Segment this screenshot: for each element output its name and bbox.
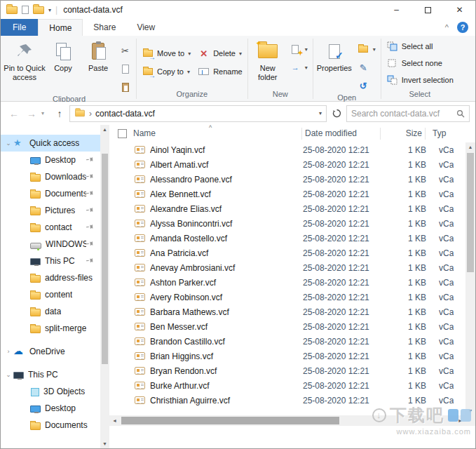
sidebar-item[interactable]: contact [1, 219, 100, 236]
copy-button[interactable]: Copy [46, 36, 81, 88]
sidebar-item[interactable]: Pictures [1, 202, 100, 219]
file-row[interactable]: Ben Messer.vcf 25-08-2020 12:21 1 KB vCa [109, 319, 465, 334]
paste-shortcut-button[interactable] [116, 80, 135, 94]
new-item-button[interactable]: ✦ ▾ [286, 42, 311, 56]
breadcrumb[interactable]: contact-data.vcf [95, 109, 315, 119]
file-row[interactable]: Anevay Ambrosiani.vcf 25-08-2020 12:21 1… [109, 260, 465, 275]
file-row[interactable]: Alex Bennett.vcf 25-08-2020 12:21 1 KB v… [109, 187, 465, 201]
file-row[interactable]: Ana Patricia.vcf 25-08-2020 12:21 1 KB v… [109, 246, 465, 260]
column-header-name[interactable]: Name^ [133, 128, 302, 140]
properties-button[interactable]: ✓ Properties [315, 36, 354, 88]
minimize-ribbon-icon[interactable]: ^ [445, 23, 449, 32]
file-row[interactable]: Bryan Rendon.vcf 25-08-2020 12:21 1 KB v… [109, 363, 465, 378]
expand-chevron-icon[interactable]: ⌄ [4, 371, 13, 378]
column-header-type[interactable]: Typ [426, 128, 456, 140]
file-row[interactable]: Burke Arthur.vcf 25-08-2020 12:21 1 KB v… [109, 378, 465, 393]
sidebar-item[interactable]: split-merge [1, 320, 100, 337]
invert-selection-button[interactable]: Invert selection [383, 73, 457, 87]
forward-button[interactable]: → [24, 108, 39, 119]
file-row[interactable]: Brian Higgins.vcf 25-08-2020 12:21 1 KB … [109, 349, 465, 363]
file-row[interactable]: Alessandro Paone.vcf 25-08-2020 12:21 1 … [109, 172, 465, 187]
horizontal-scroll-thumb[interactable] [121, 417, 339, 424]
sidebar-item[interactable]: ⌄ Quick access [1, 135, 100, 152]
new-folder-button[interactable]: ✦ New folder [250, 36, 286, 88]
sidebar-scroll-track[interactable] [100, 134, 109, 439]
column-header-size[interactable]: Size [381, 128, 426, 140]
file-row[interactable]: Brandon Castillo.vcf 25-08-2020 12:21 1 … [109, 334, 465, 349]
refresh-button[interactable] [329, 109, 344, 118]
maximize-button[interactable] [412, 1, 444, 19]
file-row[interactable]: Albert Amati.vcf 25-08-2020 12:21 1 KB v… [109, 157, 465, 172]
expand-chevron-icon[interactable]: ⌄ [4, 140, 13, 147]
scroll-left-icon[interactable]: ◄ [109, 415, 120, 426]
new-item-dropdown-icon: ▾ [305, 46, 308, 53]
tab-share[interactable]: Share [83, 19, 126, 36]
delete-button[interactable]: ✕ Delete ▾ [194, 46, 246, 60]
file-scroll-track[interactable] [465, 152, 475, 406]
qat-properties-icon[interactable] [22, 6, 29, 14]
sidebar-item[interactable]: › OneDrive [1, 343, 100, 360]
recent-locations-chevron-icon[interactable]: ▾ [41, 110, 50, 116]
address-dropdown-icon[interactable]: ▾ [319, 110, 322, 116]
cut-button[interactable]: ✂ [116, 43, 135, 58]
scroll-up-icon[interactable]: ▲ [100, 125, 109, 134]
sidebar-item[interactable]: Downloads [1, 168, 100, 185]
help-icon[interactable]: ? [457, 22, 468, 33]
paste-button[interactable]: Paste [81, 36, 116, 88]
open-button[interactable]: ▾ [354, 42, 379, 56]
sidebar-scroll-thumb[interactable] [102, 154, 108, 364]
sidebar-item[interactable]: Documents [1, 185, 100, 202]
minimize-button[interactable]: – [381, 1, 412, 19]
qat-dropdown-chevron-icon[interactable]: ▾ [48, 7, 51, 13]
back-button[interactable]: ← [6, 108, 22, 119]
select-none-button[interactable]: Select none [383, 56, 457, 70]
tab-file[interactable]: File [1, 19, 38, 36]
sidebar-item[interactable]: address-files [1, 269, 100, 286]
file-scroll-thumb[interactable] [467, 153, 474, 272]
sidebar-item-icon [31, 388, 39, 396]
address-input[interactable]: › contact-data.vcf ▾ [69, 105, 327, 122]
rename-button[interactable]: Rename [194, 65, 246, 79]
pin-to-quick-access-button[interactable]: Pin to Quick access [4, 36, 46, 88]
column-header-date-modified[interactable]: Date modified [302, 128, 381, 140]
qat-folder-icon[interactable] [33, 6, 44, 14]
file-list-scrollbar[interactable]: ▲ ▼ [465, 142, 475, 415]
sidebar-item[interactable]: WINDOWS (C: [1, 236, 100, 253]
file-row[interactable]: Avery Robinson.vcf 25-08-2020 12:21 1 KB… [109, 290, 465, 304]
breadcrumb-chevron-icon[interactable]: › [89, 109, 92, 119]
sidebar-item[interactable]: Desktop [1, 152, 100, 168]
copy-path-button[interactable] [116, 62, 135, 76]
address-bar: ← → ▾ ↑ › contact-data.vcf ▾ [1, 102, 475, 125]
sidebar-scrollbar[interactable]: ▲ ▼ [100, 125, 109, 448]
up-button[interactable]: ↑ [52, 108, 67, 119]
file-row[interactable]: Alexandre Elias.vcf 25-08-2020 12:21 1 K… [109, 201, 465, 216]
copy-to-button[interactable]: → Copy to ▾ [138, 65, 194, 79]
file-row[interactable]: Ainol Yaqin.vcf 25-08-2020 12:21 1 KB vC… [109, 142, 465, 157]
sidebar-item[interactable]: Desktop [1, 400, 100, 417]
file-row[interactable]: Ashton Parker.vcf 25-08-2020 12:21 1 KB … [109, 275, 465, 290]
scroll-up-icon[interactable]: ▲ [466, 142, 475, 152]
edit-button[interactable]: ✎ [354, 60, 379, 74]
tab-home[interactable]: Home [38, 19, 83, 36]
file-row[interactable]: Amanda Rostello.vcf 25-08-2020 12:21 1 K… [109, 231, 465, 246]
file-size: 1 KB [381, 175, 426, 185]
file-row[interactable]: Barbara Mathews.vcf 25-08-2020 12:21 1 K… [109, 304, 465, 319]
sidebar-item[interactable]: ⌄ This PC [1, 366, 100, 383]
sidebar-item[interactable]: data [1, 303, 100, 320]
easy-access-button[interactable]: → ▾ [286, 60, 311, 74]
sidebar-item[interactable]: content [1, 286, 100, 303]
history-button[interactable]: ↺ [354, 79, 379, 93]
scroll-down-icon[interactable]: ▼ [100, 439, 109, 448]
sidebar-item[interactable]: Documents [1, 417, 100, 434]
sidebar-item[interactable]: This PC [1, 253, 100, 269]
close-button[interactable]: ✕ [444, 1, 475, 19]
tab-view[interactable]: View [126, 19, 165, 36]
move-to-button[interactable]: → Move to ▾ [138, 46, 194, 60]
expand-chevron-icon[interactable]: › [4, 348, 13, 355]
select-all-checkbox[interactable] [118, 129, 127, 138]
search-input[interactable] [351, 109, 454, 119]
file-row[interactable]: Alyssa Bonincontri.vcf 25-08-2020 12:21 … [109, 216, 465, 231]
ribbon-separator [247, 39, 248, 99]
sidebar-item[interactable]: 3D Objects [1, 383, 100, 400]
select-all-button[interactable]: Select all [383, 39, 457, 53]
